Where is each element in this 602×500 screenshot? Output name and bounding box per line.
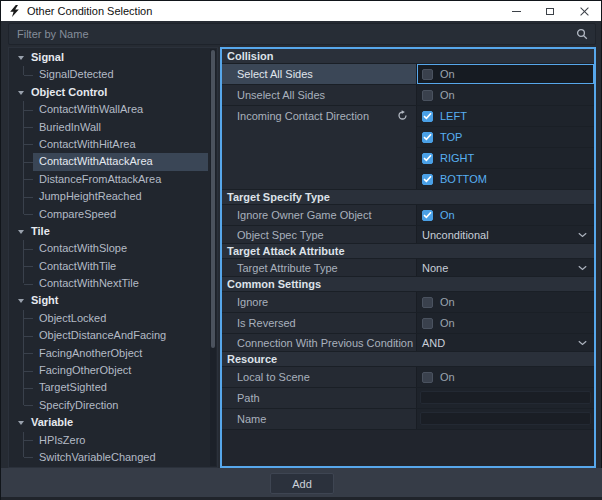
reset-icon[interactable] bbox=[397, 110, 408, 121]
tree-group-sight-children: ObjectLocked ObjectDistanceAndFacing Fac… bbox=[9, 310, 217, 414]
tree-item-contactwithattackarea-selected[interactable]: ContactWithAttackArea bbox=[9, 153, 217, 170]
tree-group-tile[interactable]: Tile bbox=[9, 223, 217, 240]
tree-item-objectdistanceandfacing[interactable]: ObjectDistanceAndFacing bbox=[9, 327, 217, 344]
section-title: Common Settings bbox=[227, 278, 321, 290]
right-checkbox[interactable] bbox=[422, 153, 433, 164]
tree-item-contactwithtile[interactable]: ContactWithTile bbox=[9, 258, 217, 275]
chevron-down-icon bbox=[578, 340, 587, 345]
top-checkbox[interactable] bbox=[422, 132, 433, 143]
tree-item-contactwithslope[interactable]: ContactWithSlope bbox=[9, 240, 217, 257]
tree-group-object-control[interactable]: Object Control bbox=[9, 84, 217, 101]
direction-label: RIGHT bbox=[440, 152, 474, 164]
direction-option-left[interactable]: LEFT bbox=[417, 106, 594, 127]
chevron-down-icon bbox=[578, 265, 587, 270]
tree-item-jumpheightreached[interactable]: JumpHeightReached bbox=[9, 188, 217, 205]
tree-group-variable[interactable]: Variable bbox=[9, 414, 217, 431]
tree-scrollbar-thumb[interactable] bbox=[211, 50, 215, 348]
direction-option-right[interactable]: RIGHT bbox=[417, 148, 594, 169]
tree-item-label: JumpHeightReached bbox=[33, 188, 208, 205]
row-ignore-owner-game-object[interactable]: Ignore Owner Game Object On bbox=[222, 205, 594, 226]
tree-group-label: Tile bbox=[31, 225, 50, 237]
ignore-owner-game-object-value[interactable]: On bbox=[416, 205, 594, 225]
tree-item-comparespeed[interactable]: CompareSpeed bbox=[9, 206, 217, 223]
condition-tree: Signal SignalDetected Object Control Con… bbox=[9, 48, 217, 466]
tree-item-contactwithwallarea[interactable]: ContactWithWallArea bbox=[9, 101, 217, 118]
checkbox-state-text: On bbox=[440, 296, 455, 308]
checkbox-state-text: On bbox=[440, 209, 455, 221]
close-button[interactable] bbox=[567, 1, 601, 21]
tree-item-label: SpecifyDirection bbox=[33, 397, 208, 414]
tree-item-signaldetected[interactable]: SignalDetected bbox=[9, 66, 217, 83]
tree-item-specifydirection[interactable]: SpecifyDirection bbox=[9, 397, 217, 414]
left-checkbox[interactable] bbox=[422, 111, 433, 122]
tree-group-variable-children: HPIsZero SwitchVariableChanged bbox=[9, 432, 217, 467]
select-all-sides-label: Select All Sides bbox=[222, 64, 416, 84]
row-ignore[interactable]: Ignore On bbox=[222, 292, 594, 313]
tree-item-label: ContactWithHitArea bbox=[33, 136, 208, 153]
is-reversed-value[interactable]: On bbox=[416, 313, 594, 333]
row-is-reversed[interactable]: Is Reversed On bbox=[222, 313, 594, 334]
dropdown-value: Unconditional bbox=[422, 229, 489, 241]
bottom-checkbox[interactable] bbox=[422, 174, 433, 185]
unselect-all-sides-label: Unselect All Sides bbox=[222, 85, 416, 105]
tree-item-label: ContactWithAttackArea bbox=[33, 153, 208, 170]
section-header-target-attack-attribute: Target Attack Attribute bbox=[222, 244, 594, 259]
row-local-to-scene[interactable]: Local to Scene On bbox=[222, 367, 594, 388]
object-spec-type-dropdown[interactable]: Unconditional bbox=[416, 226, 594, 243]
ignore-value[interactable]: On bbox=[416, 292, 594, 312]
ignore-checkbox[interactable] bbox=[422, 297, 433, 308]
section-title: Collision bbox=[227, 50, 273, 62]
connection-with-previous-condition-dropdown[interactable]: AND bbox=[416, 334, 594, 351]
maximize-button[interactable] bbox=[533, 1, 567, 21]
row-path: Path bbox=[222, 388, 594, 409]
tree-item-distancefromattackarea[interactable]: DistanceFromAttackArea bbox=[9, 171, 217, 188]
row-select-all-sides[interactable]: Select All Sides On bbox=[222, 64, 594, 85]
tree-item-switchvariablechanged[interactable]: SwitchVariableChanged bbox=[9, 449, 217, 466]
section-header-common-settings: Common Settings bbox=[222, 277, 594, 292]
is-reversed-checkbox[interactable] bbox=[422, 318, 433, 329]
select-all-sides-value[interactable]: On bbox=[416, 64, 594, 84]
search-icon bbox=[576, 28, 588, 40]
select-all-sides-checkbox[interactable] bbox=[422, 69, 433, 80]
local-to-scene-checkbox[interactable] bbox=[422, 372, 433, 383]
tree-group-signal[interactable]: Signal bbox=[9, 49, 217, 66]
ignore-owner-game-object-label: Ignore Owner Game Object bbox=[222, 205, 416, 225]
tree-item-label: ObjectLocked bbox=[33, 310, 208, 327]
tree-group-label: Sight bbox=[31, 294, 59, 306]
tree-scrollbar-track[interactable] bbox=[210, 49, 216, 466]
tree-item-targetsighted[interactable]: TargetSighted bbox=[9, 379, 217, 396]
target-attribute-type-dropdown[interactable]: None bbox=[416, 259, 594, 276]
unselect-all-sides-checkbox[interactable] bbox=[422, 90, 433, 101]
is-reversed-label: Is Reversed bbox=[222, 313, 416, 333]
unselect-all-sides-value[interactable]: On bbox=[416, 85, 594, 105]
tree-item-label: ContactWithWallArea bbox=[33, 101, 208, 118]
section-header-resource: Resource bbox=[222, 352, 594, 367]
tree-item-label: ContactWithSlope bbox=[33, 240, 208, 257]
tree-item-label: FacingOtherObject bbox=[33, 362, 208, 379]
filter-input[interactable] bbox=[9, 28, 576, 40]
tree-group-sight[interactable]: Sight bbox=[9, 292, 217, 309]
section-title: Target Specify Type bbox=[227, 191, 330, 203]
tree-item-label: HPIsZero bbox=[33, 432, 208, 449]
tree-item-objectlocked[interactable]: ObjectLocked bbox=[9, 310, 217, 327]
condition-tree-panel: Signal SignalDetected Object Control Con… bbox=[8, 47, 218, 468]
minimize-button[interactable] bbox=[499, 1, 533, 21]
direction-option-bottom[interactable]: BOTTOM bbox=[417, 169, 594, 189]
path-input[interactable] bbox=[420, 391, 591, 404]
tree-item-buriedinwall[interactable]: BuriedInWall bbox=[9, 119, 217, 136]
tree-item-contactwithhitarea[interactable]: ContactWithHitArea bbox=[9, 136, 217, 153]
row-connection-with-previous-condition: Connection With Previous Condition AND bbox=[222, 334, 594, 352]
tree-item-label: ObjectDistanceAndFacing bbox=[33, 327, 208, 344]
local-to-scene-value[interactable]: On bbox=[416, 367, 594, 387]
row-unselect-all-sides[interactable]: Unselect All Sides On bbox=[222, 85, 594, 106]
tree-item-contactwithnexttile[interactable]: ContactWithNextTile bbox=[9, 275, 217, 292]
tree-item-facingotherobject[interactable]: FacingOtherObject bbox=[9, 362, 217, 379]
direction-option-top[interactable]: TOP bbox=[417, 127, 594, 148]
ignore-owner-game-object-checkbox[interactable] bbox=[422, 210, 433, 221]
name-input[interactable] bbox=[420, 412, 591, 425]
add-button[interactable]: Add bbox=[270, 473, 334, 494]
tree-item-facinganotherobject[interactable]: FacingAnotherObject bbox=[9, 345, 217, 362]
tree-item-label: CompareSpeed bbox=[33, 206, 208, 223]
checkbox-state-text: On bbox=[440, 371, 455, 383]
tree-item-hpiszero[interactable]: HPIsZero bbox=[9, 432, 217, 449]
